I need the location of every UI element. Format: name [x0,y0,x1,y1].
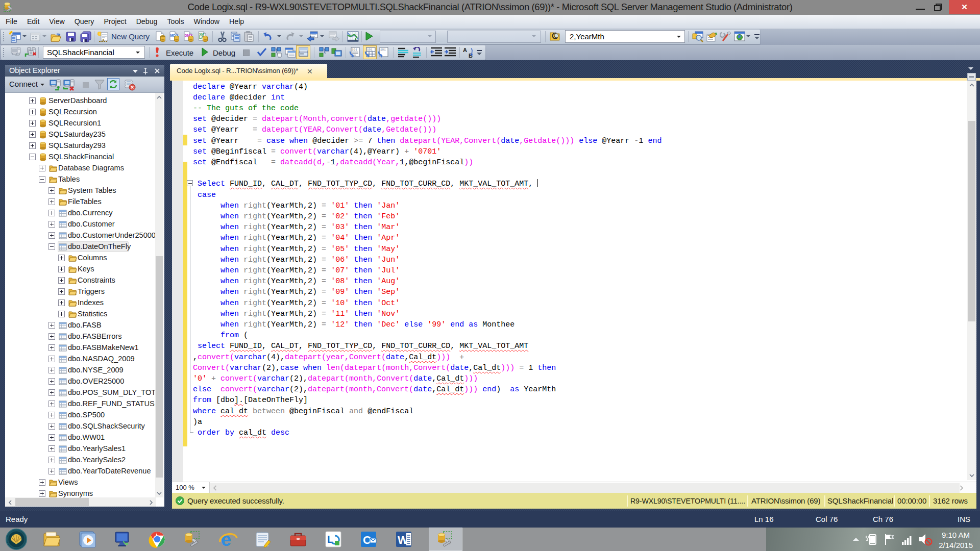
svg-text:101: 101 [380,48,386,52]
svg-text:101: 101 [367,48,373,52]
svg-text:A: A [463,47,467,53]
svg-text:101: 101 [352,48,357,52]
svg-text:e: e [221,530,231,550]
